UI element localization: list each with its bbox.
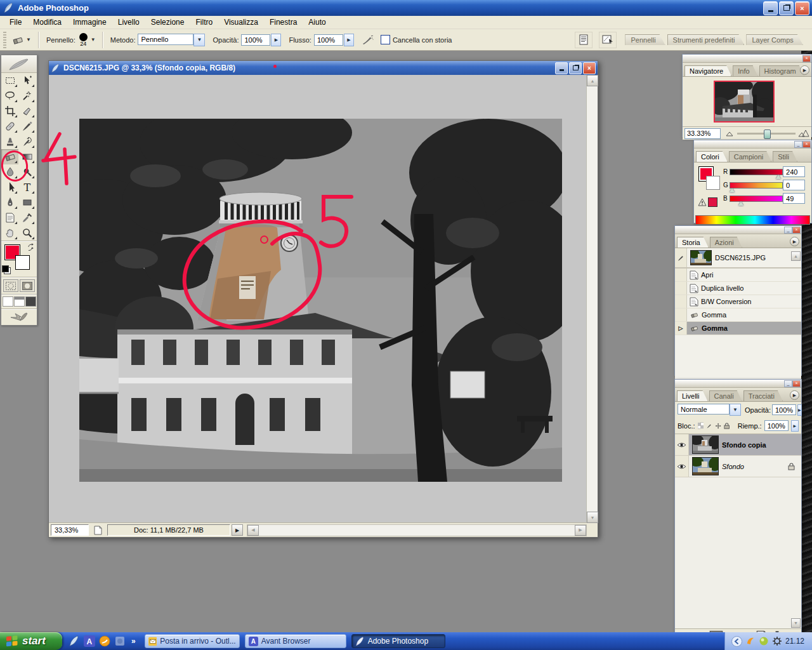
taskbar-button-outlook[interactable]: Posta in arrivo - Outl...: [145, 634, 240, 648]
layer-visibility-toggle[interactable]: [675, 456, 689, 477]
ql-photoshop-icon[interactable]: [69, 635, 80, 647]
opacity-input[interactable]: 100%: [241, 34, 270, 46]
menu-aiuto[interactable]: Aiuto: [303, 17, 331, 28]
doc-minimize-button[interactable]: [555, 62, 568, 74]
layers-minimize-icon[interactable]: _: [784, 380, 792, 387]
healing-brush-tool[interactable]: [1, 119, 18, 134]
tray-msn-icon[interactable]: [745, 636, 756, 646]
ql-messenger-icon[interactable]: [99, 635, 110, 647]
color-palette-header[interactable]: _ ×: [694, 140, 811, 149]
flow-spinner[interactable]: ▶: [344, 34, 354, 46]
horizontal-scrollbar[interactable]: ◀ ▶: [247, 524, 587, 536]
layer-thumbnail-bw[interactable]: [692, 435, 719, 454]
type-tool[interactable]: T: [18, 180, 36, 195]
restore-button[interactable]: [779, 1, 794, 15]
layers-palette-header[interactable]: _ ×: [675, 380, 801, 388]
scroll-right-button[interactable]: ▶: [575, 525, 586, 536]
vertical-scrollbar[interactable]: ▲ ▼: [586, 75, 598, 523]
ql-faded-icon[interactable]: [114, 635, 126, 647]
flow-input[interactable]: 100%: [314, 34, 343, 46]
standard-screen-button[interactable]: [3, 296, 13, 307]
layer-visibility-toggle[interactable]: [675, 434, 689, 455]
channel-g-value[interactable]: 0: [783, 180, 805, 190]
doc-maximize-button[interactable]: [569, 62, 582, 74]
clone-stamp-tool[interactable]: [1, 134, 18, 149]
history-minimize-icon[interactable]: _: [784, 227, 792, 234]
status-menu-arrow[interactable]: ▶: [232, 524, 243, 536]
document-titlebar[interactable]: DSCN6215.JPG @ 33,3% (Sfondo copia, RGB/…: [49, 61, 598, 75]
zoom-tool[interactable]: [18, 225, 36, 241]
layer-row-sfondo[interactable]: Sfondo: [675, 456, 801, 477]
navigator-palette-header[interactable]: ×: [683, 55, 811, 63]
blend-mode-dropdown-icon[interactable]: ▼: [730, 404, 741, 416]
lock-move-icon[interactable]: [715, 422, 721, 430]
color-close-icon[interactable]: ×: [802, 141, 811, 148]
fill-spinner[interactable]: ▶: [791, 420, 799, 432]
imageready-button[interactable]: [1, 309, 37, 325]
layers-close-icon[interactable]: ×: [792, 380, 801, 387]
history-source-well[interactable]: [675, 269, 687, 281]
default-colors-black-icon[interactable]: [2, 265, 9, 272]
history-brush-tool[interactable]: [18, 134, 36, 149]
tab-azioni[interactable]: Azioni: [710, 237, 742, 248]
minimize-button[interactable]: [763, 1, 778, 15]
history-state-apri[interactable]: Apri: [675, 269, 801, 282]
channel-g-slider[interactable]: [730, 182, 783, 189]
scroll-up-button[interactable]: ▲: [587, 75, 598, 86]
background-color-swatch[interactable]: [15, 255, 30, 270]
opacity-spinner[interactable]: ▶: [271, 34, 281, 46]
tab-stili[interactable]: Stili: [773, 151, 797, 162]
notes-tool[interactable]: [1, 210, 18, 225]
hand-tool[interactable]: [1, 225, 18, 241]
gamut-warning-icon[interactable]: [698, 198, 707, 206]
navigator-zoom-slider[interactable]: [737, 133, 796, 135]
resize-grip[interactable]: [587, 523, 598, 537]
history-source-well[interactable]: ▷: [675, 322, 687, 335]
document-canvas[interactable]: 5: [49, 75, 587, 523]
doc-close-button[interactable]: ×: [583, 62, 596, 74]
magic-wand-tool[interactable]: [18, 88, 36, 103]
hide-icons-chevron[interactable]: [731, 636, 742, 647]
menu-modifica[interactable]: Modifica: [27, 17, 67, 28]
scroll-down-button[interactable]: ▼: [587, 512, 598, 523]
layers-opacity-spinner[interactable]: ▶: [797, 404, 802, 416]
lock-all-icon[interactable]: [724, 422, 730, 430]
menu-file[interactable]: File: [4, 17, 27, 28]
history-state-gomma2-selected[interactable]: ▷ Gomma: [675, 322, 801, 335]
brush-tool[interactable]: [18, 119, 36, 134]
tab-livelli[interactable]: Livelli: [677, 390, 708, 401]
zoom-slider-thumb[interactable]: [764, 129, 771, 139]
lock-paint-icon[interactable]: [706, 422, 712, 430]
brush-preset-picker[interactable]: 24: [79, 33, 88, 46]
standard-mode-button[interactable]: [3, 279, 18, 292]
history-source-well[interactable]: [675, 282, 687, 295]
eyedropper-tool[interactable]: [18, 210, 36, 225]
history-snapshot-row[interactable]: DSCN6215.JPG: [675, 248, 801, 269]
blend-mode-select[interactable]: Normale ▼: [678, 404, 741, 416]
zoom-in-mountains-icon[interactable]: [798, 129, 809, 137]
history-menu-icon[interactable]: ▶: [790, 237, 799, 246]
history-scroll-up[interactable]: ▲: [791, 251, 801, 261]
tray-gear-icon[interactable]: [772, 636, 782, 646]
menu-filtro[interactable]: Filtro: [190, 17, 218, 28]
history-state-gomma1[interactable]: Gomma: [675, 308, 801, 322]
swap-colors-icon[interactable]: [27, 243, 35, 251]
path-selection-tool[interactable]: [1, 180, 18, 195]
history-source-brush-icon[interactable]: [677, 254, 685, 262]
eraser-tool[interactable]: [1, 149, 18, 164]
blur-tool[interactable]: [1, 164, 18, 180]
tab-canali[interactable]: Canali: [709, 390, 742, 401]
start-button[interactable]: start: [0, 632, 62, 650]
menu-livello[interactable]: Livello: [112, 17, 145, 28]
erase-history-checkbox[interactable]: [381, 35, 390, 44]
history-state-bw-conversion[interactable]: B/W Conversion: [675, 295, 801, 308]
taskbar-button-avant[interactable]: A Avant Browser: [245, 634, 346, 648]
navigator-close-icon[interactable]: ×: [802, 55, 811, 62]
menu-immagine[interactable]: Immagine: [67, 17, 112, 28]
navigator-thumbnail[interactable]: [714, 81, 775, 123]
channel-r-slider[interactable]: [730, 169, 783, 175]
tab-histogram[interactable]: Histogram: [759, 65, 804, 76]
pen-tool[interactable]: [1, 195, 18, 210]
tab-info[interactable]: Info: [733, 65, 757, 76]
taskbar-button-photoshop[interactable]: Adobe Photoshop: [351, 634, 445, 648]
